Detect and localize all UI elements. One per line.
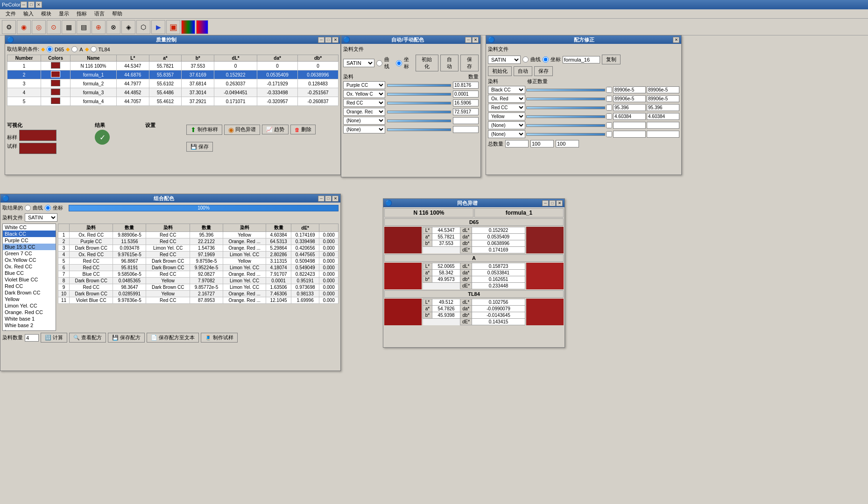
- qc-maximize-btn[interactable]: □: [325, 37, 332, 43]
- cc-dye-list-item[interactable]: Violet Blue CC: [3, 276, 56, 283]
- fc-dye-v1-input[interactable]: [613, 122, 646, 129]
- cc-dye-list-item[interactable]: Dark Brown CC: [3, 289, 56, 296]
- fc-dye-select[interactable]: Red CC: [488, 104, 525, 112]
- qc-tl84-radio[interactable]: [91, 46, 97, 52]
- cc-coord-radio[interactable]: [45, 205, 51, 211]
- fc-dye-v2-input[interactable]: [647, 95, 679, 102]
- toolbar-btn-13[interactable]: [181, 20, 195, 34]
- fc-auto-btn[interactable]: 自动: [514, 66, 532, 76]
- fc-satin-select[interactable]: SATIN: [488, 56, 521, 64]
- fc-dye-v1-input[interactable]: [613, 86, 646, 93]
- am-minimize-btn[interactable]: ─: [465, 37, 472, 43]
- fc-dye-slider[interactable]: [526, 106, 605, 109]
- fc-dye-select[interactable]: Yellow: [488, 112, 525, 120]
- am-dye-value-input[interactable]: [453, 91, 479, 98]
- am-dye-select[interactable]: Ox. Yellow C: [343, 90, 385, 98]
- am-dye-value-input[interactable]: [453, 82, 479, 89]
- cc-dye-list-item[interactable]: Purple CC: [3, 237, 56, 244]
- cc-dye-list-item[interactable]: Blue CC: [3, 270, 56, 276]
- cc-dye-count-input[interactable]: [25, 334, 39, 342]
- fc-dye-slider[interactable]: [526, 115, 605, 118]
- am-dye-select[interactable]: Red CC: [343, 99, 385, 107]
- toolbar-btn-4[interactable]: ⊙: [47, 20, 61, 34]
- maximize-button[interactable]: □: [28, 1, 35, 8]
- am-satin-select[interactable]: SATIN: [343, 59, 374, 67]
- cc-save-formula-btn[interactable]: 💾 保存配方: [108, 333, 145, 343]
- cd-maximize-btn[interactable]: □: [549, 200, 556, 206]
- qc-make-standard-btn[interactable]: ⬆ 制作标样: [186, 125, 222, 135]
- fc-dye-v2-input[interactable]: [647, 86, 679, 93]
- fc-dye-checkbox[interactable]: [606, 122, 612, 128]
- cc-dye-list-item[interactable]: Red CC: [3, 283, 56, 289]
- fc-dye-v2-input[interactable]: [647, 131, 679, 138]
- am-dye-slider[interactable]: [387, 111, 451, 113]
- qc-minimize-btn[interactable]: ─: [318, 37, 325, 43]
- fc-close-btn[interactable]: ✕: [673, 37, 679, 43]
- am-dye-slider[interactable]: [387, 119, 451, 122]
- am-auto-btn[interactable]: 自动: [440, 55, 459, 71]
- cc-table-row[interactable]: 8 Dark Brown CC 0.0485365 Yellow 7.97082…: [58, 278, 339, 284]
- cc-minimize-btn[interactable]: ─: [318, 196, 325, 202]
- fc-init-btn[interactable]: 初始化: [488, 66, 512, 76]
- cc-table-row[interactable]: 4 Ox. Red CC 9.97615e-5 Red CC 97.1969 L…: [58, 252, 339, 258]
- cc-dye-list-item[interactable]: Orange. Red CC: [3, 309, 56, 315]
- fc-dye-v2-input[interactable]: [647, 113, 679, 120]
- fc-total-v3-input[interactable]: [556, 140, 579, 147]
- cc-save-formula-text-btn[interactable]: 📄 保存配方至文本: [147, 333, 199, 343]
- fc-curve-radio[interactable]: [522, 56, 529, 63]
- am-dye-value-input[interactable]: [453, 126, 479, 133]
- am-dye-value-input[interactable]: [453, 117, 479, 124]
- fc-dye-checkbox[interactable]: [606, 131, 612, 137]
- qc-trend-btn[interactable]: 📈 趋势: [262, 125, 289, 134]
- fc-dye-select[interactable]: Black CC: [488, 86, 525, 94]
- fc-dye-checkbox[interactable]: [606, 87, 612, 93]
- qc-table-row[interactable]: 1 N 116 100% 44.5347 55.7821 37.553 0 0 …: [7, 62, 339, 70]
- toolbar-btn-7[interactable]: ⊕: [92, 20, 106, 34]
- cd-minimize-btn[interactable]: ─: [542, 200, 549, 206]
- cc-dye-list-item[interactable]: Limon Yel. CC: [3, 302, 56, 309]
- qc-save-btn[interactable]: 💾 保存: [186, 142, 213, 152]
- qc-table-row[interactable]: 3 formula_2 44.7977 55.6102 37.6814 0.26…: [7, 79, 339, 88]
- toolbar-btn-8[interactable]: ⊗: [106, 20, 120, 34]
- toolbar-btn-11[interactable]: ▶: [151, 20, 165, 34]
- cc-close-btn[interactable]: ✕: [332, 196, 339, 202]
- fc-dye-v2-input[interactable]: [647, 104, 679, 111]
- fc-dye-checkbox[interactable]: [606, 96, 612, 102]
- cc-make-sample-btn[interactable]: 🧵 制作试样: [201, 333, 238, 343]
- am-dye-select[interactable]: (None): [343, 126, 385, 133]
- cc-table-row[interactable]: 7 Blue CC 9.58506e-5 Red CC 92.0827 Oran…: [58, 271, 339, 278]
- fc-dye-slider[interactable]: [526, 98, 605, 100]
- cc-dye-list-item[interactable]: White CC: [3, 224, 56, 231]
- fc-formula-name-input[interactable]: [563, 56, 600, 63]
- cc-dye-list-item[interactable]: Blue 15:3 CC: [3, 244, 56, 250]
- fc-dye-select[interactable]: Ox. Red: [488, 95, 525, 103]
- qc-a-radio[interactable]: [71, 46, 78, 52]
- menu-language[interactable]: 语言: [91, 9, 108, 18]
- cc-calc-btn[interactable]: 🔢 计算: [41, 333, 67, 343]
- am-curve-radio[interactable]: [376, 60, 382, 66]
- am-dye-slider[interactable]: [387, 93, 451, 96]
- fc-dye-v1-input[interactable]: [613, 95, 646, 102]
- toolbar-btn-10[interactable]: ⬡: [136, 20, 150, 34]
- qc-d65-radio[interactable]: [47, 46, 53, 52]
- fc-dye-select[interactable]: (None): [488, 130, 525, 138]
- fc-dye-v1-input[interactable]: [613, 113, 646, 120]
- fc-dye-v1-input[interactable]: [613, 104, 646, 111]
- fc-coord-radio[interactable]: [543, 56, 549, 63]
- toolbar-btn-12[interactable]: ▣: [166, 20, 180, 34]
- am-close-btn[interactable]: ✕: [472, 37, 479, 43]
- menu-module[interactable]: 模块: [37, 9, 55, 18]
- fc-dye-v1-input[interactable]: [613, 131, 646, 138]
- toolbar-btn-9[interactable]: ◈: [121, 20, 135, 34]
- cc-table-row[interactable]: 3 Dark Brown CC 0.093478 Limon Yel. CC 1…: [58, 245, 339, 252]
- am-coord-radio[interactable]: [396, 60, 402, 66]
- fc-total-v2-input[interactable]: [530, 140, 554, 147]
- cc-dye-list-item[interactable]: Ox.Yellow CC: [3, 257, 56, 263]
- cc-table-row[interactable]: 11 Violet Blue CC 9.97836e-5 Red CC 87.8…: [58, 297, 339, 304]
- cc-table-row[interactable]: 2 Purple CC 11.5356 Red CC 22.2122 Orang…: [58, 238, 339, 245]
- cc-dye-list-item[interactable]: Yellow: [3, 296, 56, 302]
- menu-help[interactable]: 帮助: [108, 9, 126, 18]
- cc-dye-list-item[interactable]: Whie base 2: [3, 322, 56, 329]
- am-dye-slider[interactable]: [387, 128, 451, 131]
- fc-dye-v2-input[interactable]: [647, 122, 679, 129]
